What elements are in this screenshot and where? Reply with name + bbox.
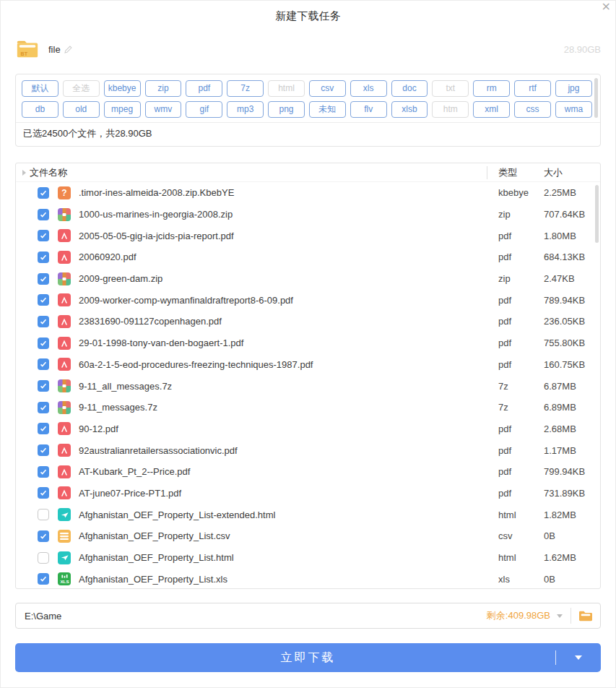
table-row[interactable]: Afghanistan_OEF_Property_List.csvcsv0B	[16, 525, 600, 547]
file-name: Afghanistan_OEF_Property_List.html	[79, 552, 487, 563]
file-type: pdf	[487, 295, 535, 306]
table-row[interactable]: AT-june07-Price-PT1.pdfpdf731.89KB	[16, 483, 600, 504]
table-row[interactable]: 9-11_messages.7z7z6.89MB	[16, 397, 600, 418]
row-checkbox[interactable]	[38, 402, 49, 413]
pdf-file-icon	[58, 229, 71, 242]
table-row[interactable]: Afghanistan_OEF_Property_List.htmlhtml1.…	[16, 547, 600, 569]
table-row[interactable]: 60a-2-1-5-eod-procedures-freezing-techni…	[16, 354, 600, 376]
filter-chip-wma[interactable]: wma	[555, 101, 592, 118]
row-checkbox[interactable]	[38, 337, 49, 349]
row-checkbox[interactable]	[38, 573, 49, 585]
html-file-icon	[58, 551, 71, 564]
save-path-value[interactable]: E:\Game	[25, 611, 487, 622]
filter-chip-html[interactable]: html	[268, 80, 305, 97]
row-checkbox[interactable]	[38, 294, 49, 306]
filter-chip-css[interactable]: css	[514, 101, 551, 118]
row-checkbox[interactable]	[38, 316, 49, 327]
table-row[interactable]: 20060920.pdfpdf684.13KB	[16, 246, 600, 268]
filter-chip-未知[interactable]: 未知	[309, 101, 346, 118]
save-path-input[interactable]: E:\Game 剩余:409.98GB	[15, 603, 601, 629]
row-checkbox[interactable]	[38, 230, 49, 241]
path-divider	[571, 608, 571, 624]
table-row[interactable]: 9-11_all_messages.7z7z6.87MB	[16, 375, 600, 397]
row-checkbox[interactable]	[38, 251, 49, 263]
file-type: pdf	[487, 423, 535, 434]
row-checkbox[interactable]	[38, 444, 49, 456]
task-name: file	[48, 44, 61, 55]
filter-chip-xls[interactable]: xls	[350, 80, 387, 97]
filter-chip-flv[interactable]: flv	[350, 101, 387, 118]
row-checkbox[interactable]	[38, 358, 49, 370]
filter-chip-db[interactable]: db	[22, 101, 58, 118]
filter-chip-old[interactable]: old	[63, 101, 100, 118]
filter-chip-rm[interactable]: rm	[473, 80, 510, 97]
column-header-type[interactable]: 类型	[487, 166, 535, 179]
filter-chip-jpg[interactable]: jpg	[555, 80, 592, 97]
table-row[interactable]: XLSAfghanistan_OEF_Property_List.xlsxls0…	[16, 568, 600, 589]
pdf-file-icon	[58, 251, 71, 264]
filter-scrollbar[interactable]	[594, 78, 598, 118]
filter-chip-csv[interactable]: csv	[309, 80, 346, 97]
download-options-icon[interactable]	[575, 655, 582, 660]
filter-chip-mp3[interactable]: mp3	[227, 101, 264, 118]
table-row[interactable]: 2009-green-dam.zipzip2.47KB	[16, 268, 600, 290]
column-header-name[interactable]: 文件名称	[16, 166, 487, 179]
filter-chip-htm[interactable]: htm	[432, 101, 469, 118]
table-row[interactable]: 1000-us-marines-in-georgia-2008.zipzip70…	[16, 204, 600, 225]
row-checkbox[interactable]	[38, 380, 49, 392]
row-checkbox[interactable]	[38, 423, 49, 434]
filter-chip-默认[interactable]: 默认	[22, 80, 58, 97]
task-total-size: 28.90GB	[564, 44, 601, 55]
task-header: BT file 28.90GB	[15, 35, 601, 63]
table-row[interactable]: 2005-05-05-gig-ia-jcids-pia-report.pdfpd…	[16, 225, 600, 246]
file-size: 0B	[535, 574, 600, 585]
table-row[interactable]: 29-01-1998-tony-van-den-bogaert-1.pdfpdf…	[16, 332, 600, 354]
table-row[interactable]: 23831690-091127copenhagen.pdfpdf236.05KB	[16, 311, 600, 332]
expand-triangle-icon[interactable]	[22, 170, 26, 176]
path-dropdown-icon[interactable]	[557, 614, 563, 618]
bt-folder-icon: BT	[15, 38, 40, 60]
file-rows: ?.timor-ines-almeida-2008.zip.KbebYEkbeb…	[16, 182, 600, 589]
close-icon[interactable]: ×	[602, 0, 611, 14]
row-checkbox[interactable]	[38, 187, 49, 199]
file-type: 7z	[487, 402, 535, 413]
table-row[interactable]: AT-Kubark_Pt_2--Price.pdfpdf799.94KB	[16, 461, 600, 483]
edit-name-icon[interactable]	[64, 45, 73, 54]
file-type: pdf	[487, 337, 535, 348]
row-checkbox[interactable]	[38, 273, 49, 285]
file-type: csv	[487, 530, 535, 541]
row-checkbox[interactable]	[38, 530, 49, 542]
row-checkbox[interactable]	[38, 509, 49, 520]
row-checkbox[interactable]	[38, 552, 49, 564]
filter-chip-mpeg[interactable]: mpeg	[104, 101, 141, 118]
filter-chip-wmv[interactable]: wmv	[145, 101, 182, 118]
filter-chip-png[interactable]: png	[268, 101, 305, 118]
table-row[interactable]: 2009-worker-comp-wymanfinaldraftreport8-…	[16, 289, 600, 311]
browse-folder-icon[interactable]	[578, 610, 593, 622]
row-checkbox[interactable]	[38, 209, 49, 220]
filter-chip-doc[interactable]: doc	[391, 80, 428, 97]
filter-chip-zip[interactable]: zip	[145, 80, 182, 97]
filter-chip-kbebye[interactable]: kbebye	[104, 80, 141, 97]
table-row[interactable]: ?.timor-ines-almeida-2008.zip.KbebYEkbeb…	[16, 182, 600, 204]
table-row[interactable]: 90-12.pdfpdf2.68MB	[16, 418, 600, 440]
filter-chip-xlsb[interactable]: xlsb	[391, 101, 428, 118]
download-now-button[interactable]: 立即下载	[15, 643, 601, 672]
row-checkbox[interactable]	[38, 487, 49, 499]
file-size: 707.64KB	[535, 209, 600, 220]
free-space-label: 剩余:409.98GB	[487, 609, 550, 622]
row-checkbox[interactable]	[38, 466, 49, 478]
filter-chip-全选[interactable]: 全选	[63, 80, 100, 97]
column-header-size[interactable]: 大小	[535, 166, 600, 179]
filter-chip-rtf[interactable]: rtf	[514, 80, 551, 97]
filter-chip-pdf[interactable]: pdf	[186, 80, 222, 97]
file-type: zip	[487, 209, 535, 220]
filter-chip-txt[interactable]: txt	[432, 80, 469, 97]
filter-chip-xml[interactable]: xml	[473, 101, 510, 118]
filter-chip-gif[interactable]: gif	[186, 101, 222, 118]
table-row[interactable]: Afghanistan_OEF_Property_List-extended.h…	[16, 504, 600, 525]
table-row[interactable]: 92australianretailersassociationvic.pdfp…	[16, 439, 600, 461]
filter-chip-7z[interactable]: 7z	[227, 80, 264, 97]
file-type: zip	[487, 273, 535, 284]
table-scrollbar[interactable]	[595, 185, 599, 243]
